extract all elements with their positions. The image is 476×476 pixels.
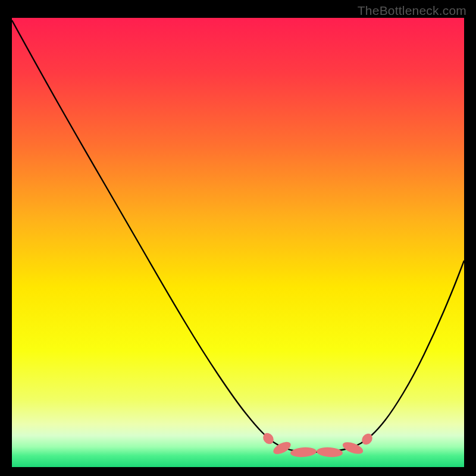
watermark-text: TheBottleneck.com: [358, 4, 466, 18]
bottleneck-chart: [0, 0, 476, 476]
gradient-plot-area: [12, 18, 464, 467]
chart-frame: TheBottleneck.com: [0, 0, 476, 476]
